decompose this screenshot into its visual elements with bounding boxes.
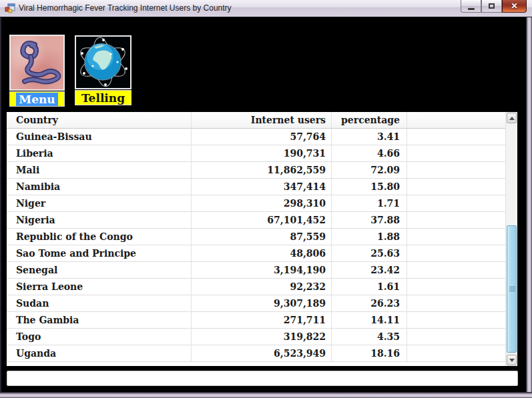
table-row[interactable]: Republic of the Congo87,5591.88	[7, 229, 505, 245]
cell-percentage: 37.88	[332, 212, 407, 228]
cell-country: Uganda	[7, 345, 192, 361]
bottom-textbox[interactable]	[7, 371, 518, 386]
cell-country: Sierra Leone	[7, 279, 192, 295]
table-row[interactable]: Guinea-Bissau57,7643.41	[7, 129, 505, 145]
table-row[interactable]: Togo319,8224.35	[7, 329, 505, 345]
scrollbar-thumb[interactable]	[507, 225, 517, 353]
cell-percentage: 3.41	[332, 129, 407, 145]
cell-country: Republic of the Congo	[7, 229, 192, 245]
cell-country: Nigeria	[7, 212, 192, 228]
header-empty	[407, 112, 505, 128]
cell-percentage: 25.63	[332, 245, 407, 261]
cell-internet-users: 67,101,452	[192, 212, 332, 228]
cell-empty	[407, 179, 505, 195]
table-row[interactable]: The Gambia271,71114.11	[7, 312, 505, 329]
cell-country: Liberia	[7, 145, 192, 161]
grid-header-row: Country Internet users percentage	[7, 112, 505, 129]
cell-percentage: 1.88	[332, 229, 407, 245]
table-row[interactable]: Liberia190,7314.66	[7, 145, 505, 162]
cell-internet-users: 298,310	[192, 195, 332, 211]
table-row[interactable]: Namibia347,41415.80	[7, 179, 505, 195]
cell-percentage: 1.61	[332, 279, 407, 295]
maximize-button[interactable]	[481, 0, 502, 13]
cell-internet-users: 6,523,949	[192, 345, 332, 361]
cell-percentage: 1.71	[332, 195, 407, 211]
cell-empty	[407, 145, 505, 161]
cell-internet-users: 190,731	[192, 145, 332, 161]
maximize-icon	[489, 3, 495, 9]
window-border-left	[0, 17, 1, 398]
ebola-virus-image	[9, 35, 65, 91]
header-internet-users[interactable]: Internet users	[192, 112, 332, 128]
telling-button[interactable]: Telling	[75, 35, 131, 105]
header-percentage[interactable]: percentage	[332, 112, 407, 128]
window-border-bottom	[0, 392, 532, 398]
country-data-grid: Country Internet users percentage Guinea…	[7, 112, 517, 366]
table-row[interactable]: Uganda6,523,94918.16	[7, 345, 505, 362]
cell-internet-users: 319,822	[192, 329, 332, 345]
arrow-up-icon	[509, 117, 515, 120]
scroll-up-button[interactable]	[507, 113, 517, 123]
table-row[interactable]: Nigeria67,101,45237.88	[7, 212, 505, 229]
header-country[interactable]: Country	[7, 112, 192, 128]
cell-percentage: 23.42	[332, 262, 407, 278]
cell-internet-users: 347,414	[192, 179, 332, 195]
telling-button-label: Telling	[81, 91, 125, 105]
cell-percentage: 15.80	[332, 179, 407, 195]
table-row[interactable]: Mali11,862,55972.09	[7, 162, 505, 179]
cell-internet-users: 11,862,559	[192, 162, 332, 178]
grid-body: Guinea-Bissau57,7643.41Liberia190,7314.6…	[7, 129, 505, 362]
cell-empty	[407, 312, 505, 328]
cell-empty	[407, 162, 505, 178]
cell-country: Namibia	[7, 179, 192, 195]
arrow-down-icon	[509, 359, 515, 362]
cell-empty	[407, 262, 505, 278]
cell-empty	[407, 195, 505, 211]
cell-percentage: 26.23	[332, 295, 407, 311]
window-title: Viral Hemorrhagic Fever Tracking Interne…	[19, 3, 232, 13]
cell-empty	[407, 212, 505, 228]
network-globe-image	[75, 35, 131, 89]
cell-country: The Gambia	[7, 312, 192, 328]
cell-country: Niger	[7, 195, 192, 211]
cell-internet-users: 9,307,189	[192, 295, 332, 311]
table-row[interactable]: Sudan9,307,18926.23	[7, 295, 505, 312]
close-button[interactable]: ✕	[502, 0, 527, 13]
menu-button-label: Menu	[16, 93, 57, 106]
app-window: Viral Hemorrhagic Fever Tracking Interne…	[0, 0, 532, 398]
cell-percentage: 4.66	[332, 145, 407, 161]
vertical-scrollbar[interactable]	[505, 112, 517, 366]
cell-percentage: 72.09	[332, 162, 407, 178]
menu-button-label-area: Menu	[9, 91, 65, 107]
cell-empty	[407, 245, 505, 261]
minimize-icon	[468, 8, 475, 10]
table-row[interactable]: Niger298,3101.71	[7, 195, 505, 212]
cell-empty	[407, 329, 505, 345]
cell-percentage: 18.16	[332, 345, 407, 361]
cell-country: Sudan	[7, 295, 192, 311]
cell-internet-users: 271,711	[192, 312, 332, 328]
cell-internet-users: 57,764	[192, 129, 332, 145]
cell-empty	[407, 129, 505, 145]
menu-button[interactable]: Menu	[9, 35, 65, 107]
cell-internet-users: 87,559	[192, 229, 332, 245]
cell-empty	[407, 345, 505, 361]
cell-empty	[407, 295, 505, 311]
table-row[interactable]: Sao Tome and Principe48,80625.63	[7, 245, 505, 262]
cell-country: Togo	[7, 329, 192, 345]
close-icon: ✕	[511, 2, 517, 10]
scroll-down-button[interactable]	[507, 355, 517, 365]
cell-country: Senegal	[7, 262, 192, 278]
cell-internet-users: 48,806	[192, 245, 332, 261]
minimize-button[interactable]	[461, 0, 481, 13]
app-icon[interactable]	[5, 3, 15, 14]
window-border-right	[526, 17, 532, 398]
table-row[interactable]: Sierra Leone92,2321.61	[7, 279, 505, 295]
cell-country: Mali	[7, 162, 192, 178]
cell-country: Guinea-Bissau	[7, 129, 192, 145]
cell-internet-users: 3,194,190	[192, 262, 332, 278]
cell-percentage: 4.35	[332, 329, 407, 345]
cell-empty	[407, 229, 505, 245]
table-row[interactable]: Senegal3,194,19023.42	[7, 262, 505, 279]
cell-internet-users: 92,232	[192, 279, 332, 295]
